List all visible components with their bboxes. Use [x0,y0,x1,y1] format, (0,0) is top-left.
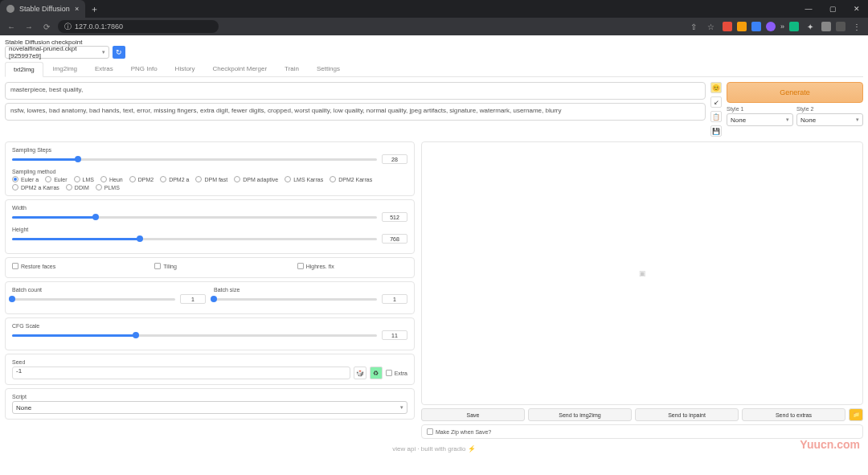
tab-settings[interactable]: Settings [309,62,348,76]
radio-icon [195,176,202,182]
cfg-value[interactable]: 11 [382,330,407,340]
sampling-steps-label: Sampling Steps [12,147,407,153]
batch-count-value[interactable]: 1 [180,294,206,304]
footer-text: view api · built with gradio ⚡ [5,439,863,459]
radio-icon [234,176,240,182]
refresh-checkpoint-button[interactable]: ↻ [113,46,125,59]
extension-icon[interactable] [766,22,776,31]
extension-icon[interactable] [836,22,845,31]
main-tabs: txt2img img2img Extras PNG Info History … [5,62,863,77]
clipboard-button[interactable]: 📋 [710,111,722,122]
sampler-lms-karras[interactable]: LMS Karras [285,176,323,182]
width-label: Width [12,205,407,211]
tab-pnginfo[interactable]: PNG Info [123,62,166,76]
prompt-input[interactable]: masterpiece, best quality, [5,82,706,100]
batch-count-slider[interactable] [12,298,175,301]
send-inpaint-button[interactable]: Send to inpaint [635,408,739,421]
watermark: Yuucn.com [800,438,860,451]
paint-button[interactable]: ↙ [710,96,722,108]
sampler-ddim[interactable]: DDIM [66,184,89,190]
style2-label: Style 2 [796,106,863,112]
sampler-lms[interactable]: LMS [74,176,94,182]
bookmark-icon[interactable]: ☆ [705,20,718,33]
sampling-steps-value[interactable]: 28 [382,154,407,164]
save-button[interactable]: Save [421,408,525,421]
back-button[interactable]: ← [5,20,18,33]
send-extras-button[interactable]: Send to extras [742,408,845,421]
radio-icon [330,176,336,182]
script-select[interactable]: None▾ [12,401,407,414]
sampler-dpm2-karras[interactable]: DPM2 Karras [330,176,372,182]
sampler-dpm2-a[interactable]: DPM2 a [160,176,189,182]
extension-icon[interactable] [723,22,732,31]
tab-history[interactable]: History [167,62,203,76]
radio-icon [96,184,102,190]
extension-icon[interactable] [751,22,761,31]
share-icon[interactable]: ⇧ [687,20,700,33]
restore-faces-checkbox[interactable]: Restore faces [12,263,122,269]
tab-checkpoint-merger[interactable]: Checkpoint Merger [205,62,276,76]
menu-icon[interactable]: ⋮ [850,20,863,33]
tab-txt2img[interactable]: txt2img [5,62,43,77]
send-img2img-button[interactable]: Send to img2img [528,408,632,421]
output-image-area: ▣ [421,141,863,405]
batch-size-slider[interactable] [214,298,377,301]
extension-icon[interactable] [737,22,747,31]
negative-prompt-input[interactable]: nsfw, lowres, bad anatomy, bad hands, te… [5,103,706,121]
open-folder-button[interactable]: 📁 [849,408,863,421]
chevron-down-icon: ▾ [102,49,105,55]
height-value[interactable]: 768 [382,234,407,244]
browser-tab[interactable]: Stable Diffusion × [0,0,85,18]
tab-title: Stable Diffusion [19,5,70,13]
site-info-icon[interactable]: ⓘ [64,22,72,32]
url-text: 127.0.0.1:7860 [75,23,123,31]
tiling-checkbox[interactable]: Tiling [154,263,264,269]
sampler-dpm-adaptive[interactable]: DPM adaptive [234,176,278,182]
close-tab-icon[interactable]: × [75,5,79,13]
maximize-button[interactable]: ▢ [821,0,844,18]
emoji-button[interactable]: 😊 [710,82,722,93]
address-bar[interactable]: ⓘ 127.0.0.1:7860 [58,20,219,33]
sampler-dpm2[interactable]: DPM2 [129,176,154,182]
width-value[interactable]: 512 [382,212,407,222]
highres-checkbox[interactable]: Highres. fix [297,263,407,269]
sampler-euler-a[interactable]: Euler a [12,176,39,182]
sampling-method-label: Sampling method [12,169,407,174]
minimize-button[interactable]: — [797,0,820,18]
tab-train[interactable]: Train [276,62,307,76]
generate-button[interactable]: Generate [727,82,863,103]
new-tab-button[interactable]: ＋ [88,3,100,15]
sampler-euler[interactable]: Euler [45,176,67,182]
height-label: Height [12,227,407,232]
close-window-button[interactable]: ✕ [845,0,868,18]
reuse-seed-button[interactable]: ♻ [370,366,383,379]
extension-icon[interactable] [821,22,831,31]
width-slider[interactable] [12,216,377,219]
forward-button[interactable]: → [23,20,35,33]
sampling-steps-slider[interactable] [12,158,377,161]
extra-checkbox[interactable]: Extra [386,370,407,376]
favicon-icon [6,5,14,13]
height-slider[interactable] [12,238,377,240]
extension-icon[interactable] [789,22,799,31]
script-label: Script [12,394,407,399]
tab-extras[interactable]: Extras [87,62,121,76]
cfg-slider[interactable] [12,334,377,337]
sampler-heun[interactable]: Heun [100,176,123,182]
reload-button[interactable]: ⟳ [40,20,53,33]
seed-input[interactable]: -1 [12,366,350,379]
batch-size-value[interactable]: 1 [382,294,407,304]
style1-select[interactable]: None▾ [727,113,793,126]
tab-img2img[interactable]: img2img [45,62,85,76]
random-seed-button[interactable]: 🎲 [354,366,366,379]
radio-icon [66,184,72,190]
checkpoint-select[interactable]: novelaifinal-pruned.ckpt [925997e9] ▾ [5,46,109,59]
sampler-dpm2-a-karras[interactable]: DPM2 a Karras [12,184,59,190]
extensions-icon[interactable]: ✦ [804,20,817,33]
sampler-dpm-fast[interactable]: DPM fast [195,176,227,182]
overflow-icon[interactable]: » [780,23,784,31]
sampler-plms[interactable]: PLMS [96,184,120,190]
style2-select[interactable]: None▾ [796,113,863,126]
make-zip-checkbox[interactable]: Make Zip when Save? [427,428,858,435]
save-style-button[interactable]: 💾 [710,125,722,137]
